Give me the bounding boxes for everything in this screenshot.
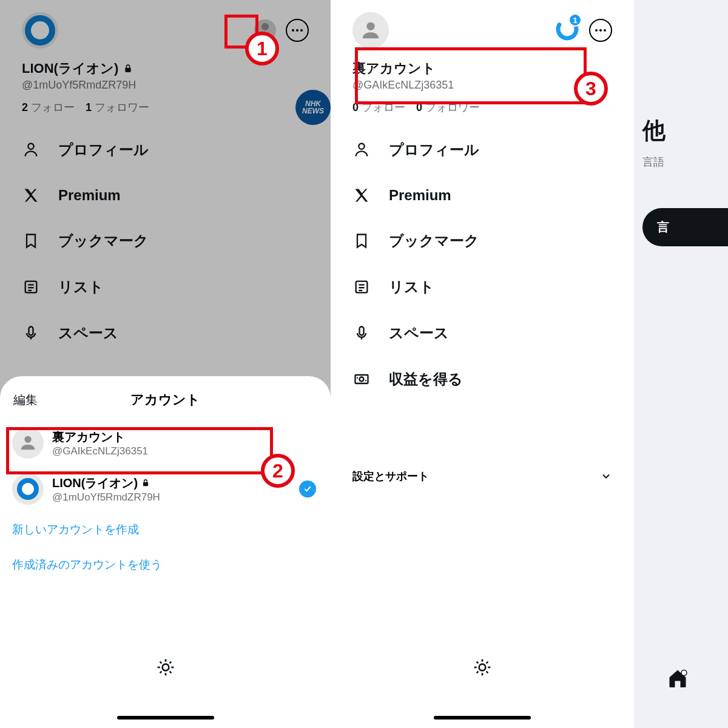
x-icon [353,187,370,204]
svg-rect-27 [356,375,368,383]
extra-title: 他 [642,115,728,146]
avatar [12,473,44,505]
svg-line-16 [169,672,171,673]
menu-profile[interactable]: プロフィール [352,127,612,173]
extra-subtitle: 言語 [642,155,728,169]
svg-rect-26 [360,327,364,335]
account-name: LION(ライオン) [52,475,160,491]
bookmark-icon [353,232,370,249]
svg-line-36 [477,662,479,664]
notification-count: 1 [568,13,582,27]
svg-rect-9 [143,482,148,486]
svg-line-39 [487,662,488,664]
svg-line-17 [160,672,161,673]
sheet-title: アカウント [130,391,200,409]
settings-support[interactable]: 設定とサポート [331,469,634,484]
svg-point-31 [479,664,486,671]
home-icon [667,667,689,689]
sun-icon [156,658,175,677]
home-indicator[interactable] [117,716,214,720]
svg-point-40 [681,670,687,676]
sun-icon [473,658,492,677]
brightness-button[interactable] [156,658,175,679]
svg-point-19 [366,22,374,30]
svg-point-21 [359,144,364,149]
annotation-number-3: 3 [574,72,608,106]
edit-button[interactable]: 編集 [13,392,38,408]
lock-icon [141,479,150,487]
home-indicator[interactable] [434,716,531,720]
home-button[interactable] [667,667,689,692]
annotation-number-2: 2 [261,454,295,488]
annotation-box-2 [6,427,273,474]
use-existing-account-link[interactable]: 作成済みのアカウントを使う [11,547,320,582]
svg-line-38 [477,672,479,673]
menu-spaces[interactable]: スペース [352,310,612,356]
more-button[interactable] [589,19,612,42]
svg-line-15 [160,662,161,664]
mic-icon [353,325,370,342]
notification-button[interactable]: 1 [555,17,579,44]
selected-check-icon [299,480,316,497]
account-handle: @1mUoYf5RmdZR79H [52,491,160,504]
menu-premium[interactable]: Premium [352,173,612,218]
menu-bookmarks[interactable]: ブックマーク [352,218,612,264]
svg-line-18 [169,662,171,664]
person-icon [359,18,383,42]
create-account-link[interactable]: 新しいアカウントを作成 [11,512,320,547]
annotation-box-3 [355,47,587,104]
avatar-o-icon [17,478,39,500]
list-icon [353,278,370,295]
menu-lists[interactable]: リスト [352,264,612,310]
svg-line-37 [487,672,488,673]
chevron-down-icon [600,470,612,482]
annotation-number-1: 1 [245,32,279,66]
avatar[interactable] [352,12,389,49]
svg-point-30 [365,380,366,381]
money-icon [353,371,370,388]
person-icon [353,141,370,158]
extra-button[interactable]: 言 [642,208,728,246]
brightness-button[interactable] [473,658,492,679]
menu-monetize[interactable]: 収益を得る [352,356,612,402]
svg-point-29 [357,377,358,379]
svg-point-10 [162,664,169,671]
svg-point-28 [360,377,364,382]
